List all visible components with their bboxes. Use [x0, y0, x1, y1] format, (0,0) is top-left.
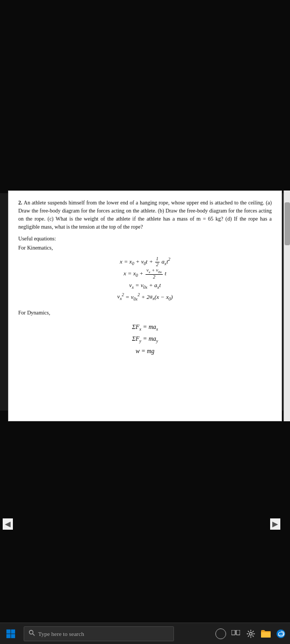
useful-equations-label: Useful equations: — [18, 235, 272, 243]
dynamics-eq3: w = mg — [18, 346, 272, 357]
svg-rect-1 — [11, 629, 15, 633]
dynamics-equations: ΣFx = max ΣFy = may w = mg — [18, 321, 272, 357]
taskbar: Type here to search — [0, 623, 290, 644]
kinematics-eq4: vx2 = v0x2 + 2ax(x − x0) — [18, 291, 272, 303]
dynamics-eq2: ΣFy = may — [18, 333, 272, 346]
document-window: 2. An athlete suspends himself from the … — [8, 191, 282, 421]
start-button[interactable] — [0, 623, 21, 645]
scroll-right-arrow[interactable]: ▶ — [270, 518, 280, 530]
svg-point-4 — [30, 630, 33, 634]
taskbar-search-bar[interactable]: Type here to search — [24, 626, 174, 641]
for-dynamics-label: For Dynamics, — [18, 309, 272, 317]
settings-button[interactable] — [245, 628, 257, 640]
scrollbar-track[interactable] — [284, 191, 290, 421]
svg-rect-6 — [231, 630, 235, 635]
cortana-circle-icon — [215, 628, 226, 639]
windows-icon — [6, 629, 16, 639]
kinematics-eq2: x = x0 + vx + v0x 2 t — [18, 268, 272, 280]
screen: 2. An athlete suspends himself from the … — [0, 0, 290, 644]
cortana-button[interactable] — [215, 628, 227, 640]
folder-icon — [260, 630, 271, 638]
file-explorer-button[interactable] — [260, 628, 272, 640]
kinematics-equations: x = x0 + v0t + 1 2 axt2 x = x0 + vx + v0… — [18, 256, 272, 303]
svg-rect-3 — [11, 634, 15, 638]
problem-text: 2. An athlete suspends himself from the … — [18, 199, 272, 231]
svg-rect-2 — [6, 634, 11, 638]
edge-icon — [276, 629, 286, 639]
document-content: 2. An athlete suspends himself from the … — [9, 191, 281, 369]
edge-button[interactable] — [275, 628, 287, 640]
svg-rect-7 — [236, 630, 240, 635]
task-view-button[interactable] — [230, 628, 242, 640]
black-background-top — [0, 0, 290, 193]
black-background-bottom — [0, 411, 290, 623]
scroll-left-arrow[interactable]: ◀ — [3, 518, 13, 530]
svg-point-8 — [250, 632, 252, 635]
search-icon — [28, 630, 35, 638]
problem-number: 2. — [18, 200, 23, 206]
gear-icon — [247, 630, 255, 638]
scrollbar-thumb[interactable] — [285, 202, 290, 245]
svg-rect-0 — [6, 629, 11, 633]
kinematics-eq1: x = x0 + v0t + 1 2 axt2 — [18, 256, 272, 268]
search-placeholder-text: Type here to search — [38, 631, 84, 637]
svg-line-5 — [33, 634, 34, 635]
taskbar-right-icons — [215, 628, 287, 640]
for-kinematics-label: For Kinematics, — [18, 244, 272, 252]
dynamics-eq1: ΣFx = max — [18, 321, 272, 334]
task-view-icon — [231, 630, 240, 638]
kinematics-eq3: vx = v0x + axt — [18, 280, 272, 291]
